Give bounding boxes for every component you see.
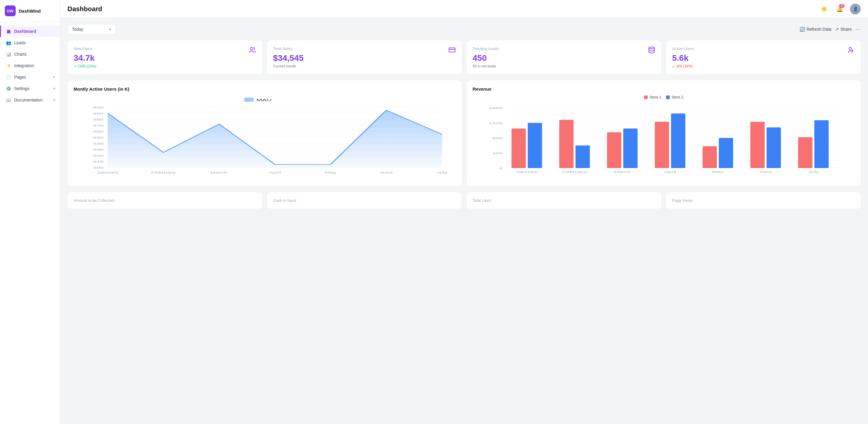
svg-text:520: 520 — [93, 154, 104, 157]
chevron-icon-pages: ▾ — [53, 75, 55, 79]
svg-rect-67 — [750, 122, 765, 168]
stat-card-0: New Users 34.7k ↗ 2300 (22%) — [67, 40, 262, 74]
svg-text:1600: 1600 — [489, 107, 503, 109]
notification-badge: 15 — [839, 4, 844, 8]
sidebar-item-documentation[interactable]: 📖 Documentation ▾ — [0, 94, 60, 106]
main-area: Dashboard ☀️ 🔔 15 👤 Today ▾ 🔄 Refresh Da… — [60, 0, 868, 424]
bar-chart-icon: 📊 — [6, 52, 11, 57]
bottom-card-3: Page Views — [666, 192, 861, 209]
bottom-card-label-3: Page Views — [672, 198, 855, 203]
bottom-card-2: Total Likes — [467, 192, 661, 209]
sidebar-item-label-dashboard: Dashboard — [14, 29, 36, 34]
revenue-legend: Store 1 Store 2 — [472, 95, 855, 99]
svg-rect-68 — [767, 127, 781, 168]
theme-toggle-button[interactable]: ☀️ — [818, 4, 830, 14]
sidebar-item-leads[interactable]: 👥 Leads — [0, 37, 60, 48]
bottom-card-1: Cash in hand — [267, 192, 462, 209]
svg-text:April: April — [269, 171, 281, 174]
legend-store1: Store 1 — [644, 95, 661, 99]
revenue-chart-area: 040080012001600JanuaryFebruaryMarchApril… — [472, 102, 855, 180]
sidebar-item-pages[interactable]: 📄 Pages ▾ — [0, 71, 60, 83]
sidebar-item-settings[interactable]: ⚙️ Settings ▾ — [0, 83, 60, 94]
legend-dot-store1 — [644, 95, 648, 99]
chevron-icon-settings: ▾ — [53, 87, 55, 91]
svg-text:May: May — [325, 171, 337, 174]
svg-text:600: 600 — [93, 106, 104, 109]
bottom-card-0: Amount to be Collected — [67, 192, 262, 209]
stat-card-2: Pending Leads 450 50 in hot leads — [467, 40, 661, 74]
stats-grid: New Users 34.7k ↗ 2300 (22%) Total Sales… — [67, 40, 861, 74]
svg-rect-59 — [623, 129, 638, 168]
stat-sub-3: ↙ 300 (18%) — [672, 64, 855, 68]
mau-chart-card: Montly Active Users (in K) 5005105205305… — [67, 80, 462, 186]
legend-dot-store2 — [666, 95, 670, 99]
sidebar-item-integration[interactable]: ⚡ Integration — [0, 60, 60, 71]
sidebar-item-label-charts: Charts — [14, 52, 27, 57]
svg-rect-61 — [655, 122, 670, 168]
svg-rect-62 — [671, 113, 685, 168]
sidebar-item-label-leads: Leads — [14, 40, 26, 45]
bottom-row: Amount to be CollectedCash in handTotal … — [67, 192, 861, 209]
avatar[interactable]: 👤 — [850, 4, 861, 14]
legend-store2: Store 2 — [666, 95, 683, 99]
topbar-actions: ☀️ 🔔 15 👤 — [818, 4, 861, 14]
stat-value-2: 450 — [472, 53, 655, 63]
svg-point-3 — [649, 47, 654, 49]
svg-text:510: 510 — [93, 160, 104, 163]
bottom-card-label-1: Cash in hand — [273, 198, 456, 203]
active-users-icon — [847, 46, 855, 56]
svg-text:June: June — [380, 171, 393, 174]
svg-text:590: 590 — [93, 112, 104, 115]
book-icon: 📖 — [6, 97, 11, 103]
svg-text:530: 530 — [93, 148, 104, 151]
sidebar-item-label-pages: Pages — [14, 75, 26, 79]
stat-card-3: Active Users 5.6k ↙ 300 (18%) — [666, 40, 861, 74]
stat-value-1: $34,545 — [273, 53, 456, 63]
users-icon: 👥 — [6, 40, 11, 45]
stat-sub-0: ↗ 2300 (22%) — [73, 64, 256, 68]
stat-value-3: 5.6k — [672, 53, 855, 63]
svg-rect-55 — [559, 120, 574, 168]
share-button[interactable]: ↗ Share — [835, 27, 852, 32]
svg-point-0 — [250, 47, 253, 50]
svg-text:January: January — [97, 171, 119, 174]
filter-actions: 🔄 Refresh Data ↗ Share ⋯ — [800, 26, 861, 33]
date-filter-value: Today — [72, 27, 83, 32]
refresh-data-button[interactable]: 🔄 Refresh Data — [800, 27, 831, 32]
credit-card-icon — [448, 46, 456, 56]
sidebar-item-dashboard[interactable]: ▦ Dashboard — [0, 26, 60, 37]
sidebar-item-charts[interactable]: 📊 Charts — [0, 48, 60, 60]
svg-text:March: March — [211, 171, 228, 174]
svg-rect-70 — [798, 137, 812, 168]
logo-icon: DW — [5, 5, 16, 16]
svg-text:July: July — [808, 170, 819, 173]
stat-label-3: Active Users — [672, 46, 855, 51]
svg-text:April: April — [664, 170, 676, 173]
notification-button[interactable]: 🔔 15 — [834, 4, 845, 14]
svg-rect-64 — [703, 146, 717, 168]
refresh-icon: 🔄 — [800, 27, 805, 32]
more-options-button[interactable]: ⋯ — [855, 26, 861, 33]
page-title: Dashboard — [67, 5, 818, 13]
svg-text:MAU: MAU — [256, 98, 272, 102]
sidebar-item-label-settings: Settings — [14, 86, 30, 91]
svg-text:March: March — [614, 170, 631, 173]
svg-rect-65 — [719, 138, 733, 168]
date-filter-select[interactable]: Today ▾ — [67, 24, 116, 34]
sidebar-logo: DW DashWind — [0, 0, 60, 22]
revenue-chart-title: Revenue — [472, 87, 855, 92]
stat-value-0: 34.7k — [73, 53, 256, 63]
filter-row: Today ▾ 🔄 Refresh Data ↗ Share ⋯ — [67, 24, 861, 34]
sidebar-item-label-integration: Integration — [14, 63, 34, 68]
svg-text:800: 800 — [493, 137, 503, 140]
stat-sub-1: Current month — [273, 64, 456, 68]
svg-text:1200: 1200 — [489, 122, 503, 125]
svg-rect-36 — [244, 98, 254, 102]
sidebar-item-label-documentation: Documentation — [14, 98, 42, 102]
svg-rect-52 — [512, 129, 526, 168]
svg-text:February: February — [151, 171, 176, 174]
svg-rect-56 — [575, 145, 590, 168]
svg-point-4 — [849, 47, 851, 50]
mau-chart-area: 500510520530540550560570580590600 Januar… — [73, 95, 456, 180]
logo-name: DashWind — [19, 8, 41, 13]
